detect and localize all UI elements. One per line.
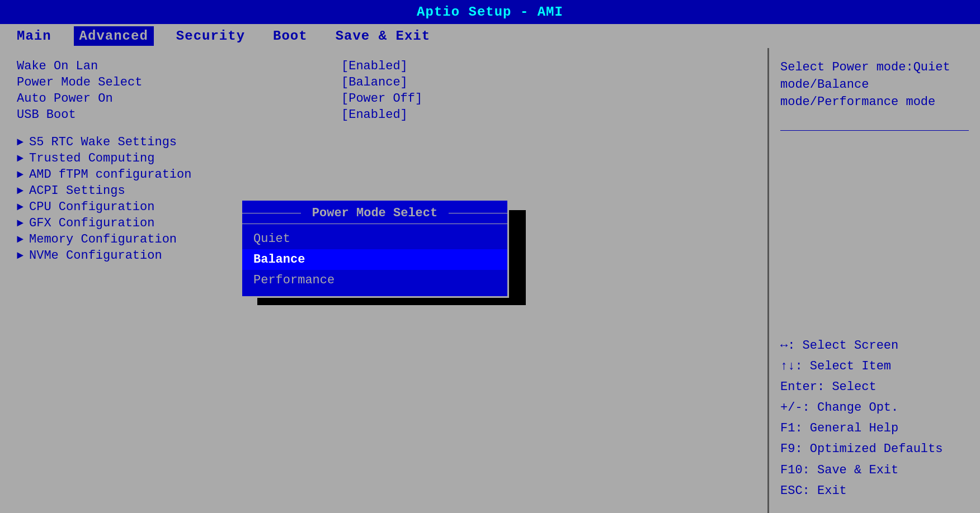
popup-title: Power Mode Select	[242, 206, 507, 224]
key-hint-change-opt: +/-: Change Opt.	[780, 398, 969, 417]
key-hint-enter: Enter: Select	[780, 377, 969, 397]
right-panel: Select Power mode:Quiet mode/Balance mod…	[767, 48, 980, 513]
submenu-label-s5-rtc: S5 RTC Wake Settings	[29, 135, 177, 149]
divider	[780, 130, 969, 131]
nav-security[interactable]: Security	[171, 26, 251, 46]
title-bar: Aptio Setup - AMI	[0, 0, 980, 24]
key-enter-key: Enter: Select	[780, 380, 877, 394]
setting-label-usb-boot: USB Boot	[17, 108, 341, 122]
submenu-label-gfx: GFX Configuration	[29, 216, 154, 230]
submenu-s5-rtc[interactable]: ► S5 RTC Wake Settings	[17, 135, 751, 149]
setting-value-usb-boot: [Enabled]	[341, 108, 408, 122]
setting-label-wake-on-lan: Wake On Lan	[17, 59, 341, 73]
setting-label-auto-power: Auto Power On	[17, 92, 341, 106]
left-panel: Wake On Lan [Enabled] Power Mode Select …	[0, 48, 767, 513]
setting-row-auto-power[interactable]: Auto Power On [Power Off]	[17, 92, 751, 106]
key-hint-select-screen: ↔: Select Screen	[780, 336, 969, 355]
submenu-acpi[interactable]: ► ACPI Settings	[17, 184, 751, 198]
key-hint-f9: F9: Optimized Defaults	[780, 439, 969, 459]
key-change-opt-key: +/-: Change Opt.	[780, 401, 898, 415]
arrow-icon-nvme: ►	[17, 249, 23, 262]
nav-boot[interactable]: Boot	[267, 26, 313, 46]
main-content: Wake On Lan [Enabled] Power Mode Select …	[0, 48, 980, 513]
setting-row-power-mode[interactable]: Power Mode Select [Balance]	[17, 75, 751, 89]
key-hints: ↔: Select Screen ↑↓: Select Item Enter: …	[780, 336, 969, 502]
help-text: Select Power mode:Quiet mode/Balance mod…	[780, 59, 969, 111]
setting-row-usb-boot[interactable]: USB Boot [Enabled]	[17, 108, 751, 122]
nav-bar: Main Advanced Security Boot Save & Exit	[0, 24, 980, 48]
submenu-trusted-computing[interactable]: ► Trusted Computing	[17, 151, 751, 165]
key-select-screen-key: ↔: Select Screen	[780, 339, 898, 353]
key-hint-f1: F1: General Help	[780, 419, 969, 438]
key-select-item-key: ↑↓: Select Item	[780, 359, 891, 373]
nav-main[interactable]: Main	[11, 26, 57, 46]
app-title: Aptio Setup - AMI	[417, 4, 563, 20]
submenu-label-cpu: CPU Configuration	[29, 200, 154, 214]
submenu-label-ftpm: AMD fTPM configuration	[29, 168, 191, 182]
key-hint-f10: F10: Save & Exit	[780, 460, 969, 480]
submenu-label-nvme: NVMe Configuration	[29, 249, 162, 263]
arrow-icon-acpi: ►	[17, 184, 23, 197]
arrow-icon-ftpm: ►	[17, 168, 23, 181]
arrow-icon-cpu: ►	[17, 201, 23, 213]
submenu-label-acpi: ACPI Settings	[29, 184, 125, 198]
setting-row-wake-on-lan[interactable]: Wake On Lan [Enabled]	[17, 59, 751, 73]
popup-option-balance[interactable]: Balance	[242, 249, 507, 270]
arrow-icon-memory: ►	[17, 233, 23, 246]
setting-value-auto-power: [Power Off]	[341, 92, 422, 106]
setting-value-power-mode: [Balance]	[341, 75, 408, 89]
popup-dialog[interactable]: Power Mode Select Quiet Balance Performa…	[241, 199, 509, 298]
key-f10-key: F10: Save & Exit	[780, 463, 898, 477]
nav-advanced[interactable]: Advanced	[74, 26, 154, 46]
setting-label-power-mode: Power Mode Select	[17, 75, 341, 89]
popup-option-quiet[interactable]: Quiet	[242, 229, 507, 249]
key-f9-key: F9: Optimized Defaults	[780, 442, 943, 456]
submenu-amd-ftpm[interactable]: ► AMD fTPM configuration	[17, 168, 751, 182]
submenu-label-memory: Memory Configuration	[29, 232, 177, 246]
key-f1-key: F1: General Help	[780, 421, 898, 435]
key-esc-key: ESC: Exit	[780, 484, 847, 498]
submenu-label-trusted: Trusted Computing	[29, 151, 154, 165]
key-hint-esc: ESC: Exit	[780, 481, 969, 501]
nav-save-exit[interactable]: Save & Exit	[330, 26, 436, 46]
key-hint-select-item: ↑↓: Select Item	[780, 357, 969, 376]
arrow-icon-gfx: ►	[17, 217, 23, 230]
arrow-icon-trusted: ►	[17, 152, 23, 165]
arrow-icon-s5-rtc: ►	[17, 136, 23, 149]
popup-option-performance[interactable]: Performance	[242, 270, 507, 291]
setting-value-wake-on-lan: [Enabled]	[341, 59, 408, 73]
